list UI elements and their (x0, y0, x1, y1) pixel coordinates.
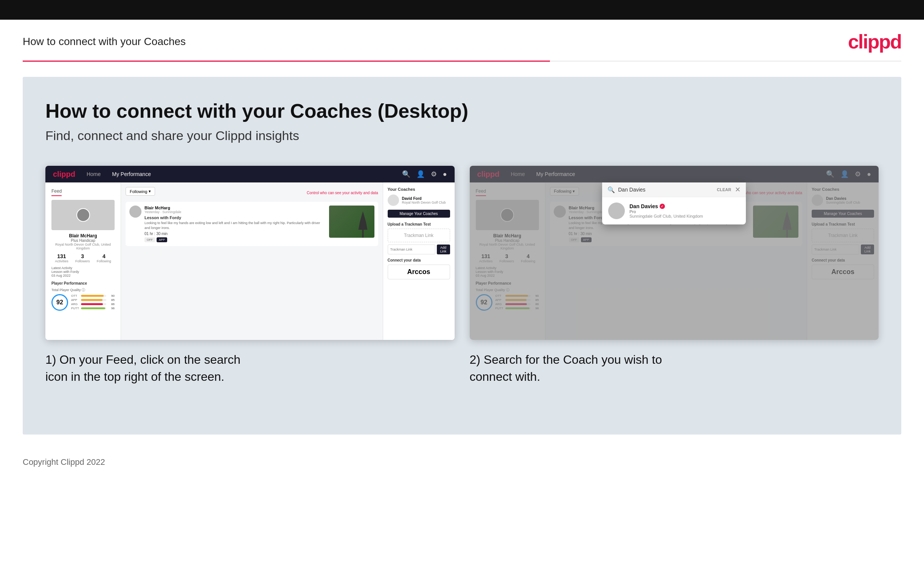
off-button[interactable]: OFF (144, 237, 155, 242)
trackman-placeholder-1: Trackman Link (388, 229, 450, 242)
search-result-item[interactable]: Dan Davies ✓ Pro Sunningdale Golf Club, … (602, 197, 746, 224)
upload-title-1: Upload a Trackman Test (388, 222, 450, 226)
profile-icon[interactable]: 👤 (416, 170, 425, 178)
screenshots-row: clippd Home My Performance 🔍 👤 ⚙ ● Feed (45, 166, 879, 385)
stat-activities: 131 Activities (55, 253, 68, 263)
golfer-silhouette (356, 211, 371, 238)
following-btn[interactable]: Following ▾ (126, 187, 155, 196)
coach-name-1: David Ford (402, 196, 446, 201)
profile-club-1: Royal North Devon Golf Club, United King… (52, 243, 115, 250)
app-navbar-1: clippd Home My Performance 🔍 👤 ⚙ ● (45, 166, 455, 182)
manage-coaches-btn[interactable]: Manage Your Coaches (388, 210, 450, 218)
upload-section-1: Upload a Trackman Test Trackman Link Add… (388, 222, 450, 254)
chevron-down-icon: ▾ (149, 189, 151, 194)
verified-badge: ✓ (660, 204, 665, 209)
search-result-name: Dan Davies ✓ (629, 203, 703, 209)
latest-activity-1: Latest Activity Lesson with Fordy 03 Aug… (52, 266, 115, 278)
search-dropdown: 🔍 Dan Davies CLEAR ✕ Dan Davies ✓ (602, 182, 746, 224)
app-body-1: Feed Blair McHarg Plus Handicap Royal No… (45, 182, 455, 340)
add-link-btn[interactable]: Add Link (437, 245, 450, 254)
lesson-btns: OFF APP (144, 237, 326, 242)
lesson-duration-1: 01 hr : 30 min (144, 232, 326, 236)
stat-followers-lbl: Followers (75, 259, 90, 263)
bar-arg: ARG 86 (71, 302, 115, 306)
nav-link-performance[interactable]: My Performance (112, 171, 151, 177)
top-bar (0, 0, 924, 19)
search-result-info: Dan Davies ✓ Pro Sunningdale Golf Club, … (629, 203, 703, 218)
profile-image-area-1 (52, 200, 115, 230)
lesson-meta-1: Yesterday · Sunningdale (144, 210, 326, 214)
lesson-desc-1: Looking to feel like my hands are exitin… (144, 221, 326, 230)
performance-section-1: Player Performance Total Player Quality … (52, 281, 115, 311)
trackman-input[interactable] (388, 245, 435, 254)
step-label-1: 1) On your Feed, click on the searchicon… (45, 351, 455, 385)
page-title: How to connect with your Coaches (23, 36, 186, 48)
navbar-icons: 🔍 👤 ⚙ ● (402, 170, 447, 178)
control-link[interactable]: Control who can see your activity and da… (307, 191, 378, 195)
perf-total-label: Total Player Quality ⓘ (52, 288, 115, 292)
stat-following: 4 Following (97, 253, 111, 263)
connect-title-1: Connect your data (388, 258, 450, 262)
coaches-title-1: Your Coaches (388, 187, 450, 192)
following-label: Following (130, 189, 147, 194)
header-divider (23, 60, 901, 62)
step-label-2: 2) Search for the Coach you wish toconne… (470, 351, 879, 385)
screenshot-panel-1: clippd Home My Performance 🔍 👤 ⚙ ● Feed (45, 166, 455, 385)
search-input-text[interactable]: Dan Davies (618, 187, 717, 193)
clippd-logo: clippd (848, 30, 901, 53)
lesson-name-1: Blair McHarg (144, 206, 326, 210)
copyright-text: Copyright Clippd 2022 (23, 457, 105, 467)
search-clear-btn[interactable]: CLEAR (717, 187, 731, 192)
lesson-card-1: Blair McHarg Yesterday · Sunningdale Les… (126, 202, 378, 246)
header: How to connect with your Coaches clippd (0, 19, 924, 60)
app-button[interactable]: APP (157, 237, 167, 242)
perf-title-1: Player Performance (52, 281, 115, 286)
coach-club-1: Royal North Devon Golf Club (402, 201, 446, 205)
latest-activity-name: Lesson with Fordy (52, 270, 115, 274)
stat-activities-lbl: Activities (55, 259, 68, 263)
stat-activities-num: 131 (55, 253, 68, 259)
app-logo-1: clippd (53, 170, 75, 179)
lesson-avatar-1 (129, 206, 141, 218)
search-result-club: Sunningdale Golf Club, United Kingdom (629, 214, 703, 218)
footer: Copyright Clippd 2022 (0, 450, 924, 475)
score-circle: 92 (52, 294, 68, 311)
coach-item-1: David Ford Royal North Devon Golf Club (388, 195, 450, 206)
latest-activity-date: 03 Aug 2022 (52, 274, 115, 278)
trackman-input-row: Add Link (388, 245, 450, 254)
search-icon[interactable]: 🔍 (402, 170, 410, 178)
left-panel-1: Feed Blair McHarg Plus Handicap Royal No… (45, 182, 121, 340)
search-result-avatar (608, 203, 625, 219)
coach-avatar-1 (388, 195, 399, 206)
profile-name-1: Blair McHarg (52, 233, 115, 239)
latest-activity-label: Latest Activity (52, 266, 115, 270)
bar-app: APP 85 (71, 298, 115, 302)
main-content: How to connect with your Coaches (Deskto… (23, 77, 901, 435)
coach-details-1: David Ford Royal North Devon Golf Club (402, 196, 446, 205)
stat-followers: 3 Followers (75, 253, 90, 263)
bar-ott: OTT 90 (71, 294, 115, 297)
right-panel-1: Your Coaches David Ford Royal North Devo… (383, 182, 455, 340)
screenshot-frame-2: clippd Home My Performance 🔍 👤 ⚙ ● Feed (470, 166, 879, 340)
main-subtitle: Find, connect and share your Clippd insi… (45, 128, 879, 143)
score-bars: OTT 90 APP 85 (71, 294, 115, 311)
stats-row-1: 131 Activities 3 Followers 4 Following (52, 253, 115, 263)
search-overlay: 🔍 Dan Davies CLEAR ✕ Dan Davies ✓ (470, 166, 879, 340)
settings-icon[interactable]: ⚙ (431, 170, 437, 178)
profile-avatar-1 (76, 208, 90, 222)
profile-hcap-1: Plus Handicap (52, 239, 115, 243)
lesson-title-1: Lesson with Fordy (144, 215, 326, 220)
search-close-btn[interactable]: ✕ (735, 185, 741, 194)
main-title: How to connect with your Coaches (Deskto… (45, 99, 879, 122)
center-feed-1: Following ▾ Control who can see your act… (121, 182, 383, 340)
feed-label-1: Feed (52, 188, 61, 196)
stat-followers-num: 3 (75, 253, 90, 259)
lesson-info-1: Blair McHarg Yesterday · Sunningdale Les… (144, 206, 326, 242)
bar-putt: PUTT 96 (71, 307, 115, 310)
nav-link-home[interactable]: Home (87, 171, 100, 177)
search-result-role: Pro (629, 209, 703, 214)
screenshot-frame-1: clippd Home My Performance 🔍 👤 ⚙ ● Feed (45, 166, 455, 340)
stat-following-num: 4 (97, 253, 111, 259)
avatar-icon[interactable]: ● (443, 170, 447, 178)
score-circle-row: 92 OTT 90 APP (52, 294, 115, 311)
